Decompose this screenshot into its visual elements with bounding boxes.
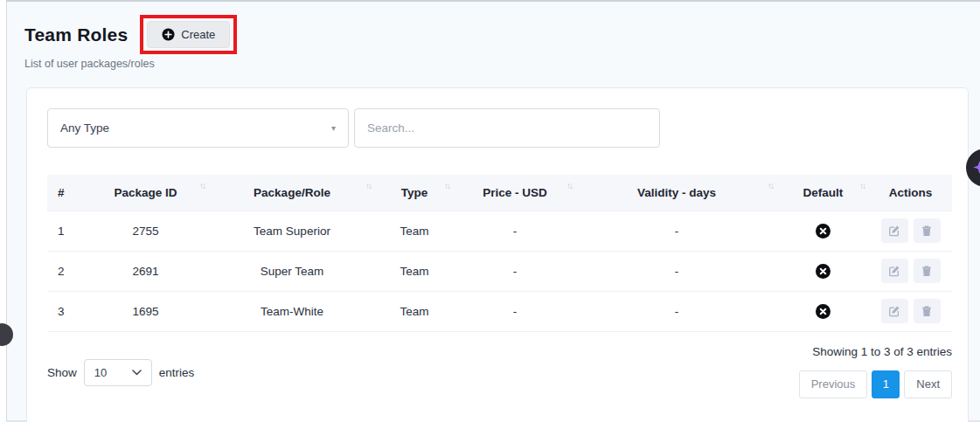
cell-validity: - (576, 251, 777, 291)
cell-price: - (454, 291, 576, 331)
delete-button[interactable] (914, 218, 941, 243)
cell-price: - (454, 251, 576, 291)
cell-actions (869, 291, 952, 331)
column-header-actions: Actions (869, 175, 952, 211)
sort-icon[interactable]: ↑↓ (365, 181, 371, 190)
trash-icon (921, 305, 933, 317)
trash-icon (921, 225, 933, 237)
per-page-select[interactable]: 10 (84, 359, 152, 386)
trash-icon (921, 265, 933, 277)
cell-package-id: 2691 (82, 251, 209, 291)
table-row: 1 2755 Team Superior Team - - (47, 211, 952, 251)
per-page-value: 10 (94, 366, 107, 379)
times-circle-icon (816, 224, 831, 239)
cell-default (777, 291, 869, 331)
edit-icon (888, 225, 900, 237)
cell-actions (869, 251, 952, 291)
caret-down-icon: ▾ (331, 123, 336, 133)
cell-default (777, 251, 869, 291)
cell-type: Team (375, 211, 454, 251)
page-title: Team Roles (24, 24, 128, 45)
edit-button[interactable] (881, 218, 908, 243)
table-row: 2 2691 Super Team Team - - (47, 251, 952, 291)
table-footer: Show 10 entries Showing 1 to 3 of 3 entr… (47, 343, 952, 398)
sort-icon[interactable]: ↑↓ (566, 181, 572, 190)
create-button-label: Create (181, 28, 215, 41)
column-header-type[interactable]: Type↑↓ (375, 175, 454, 211)
search-input[interactable] (354, 108, 660, 148)
entries-label: entries (159, 366, 195, 379)
show-label: Show (47, 366, 77, 379)
column-header-package-id[interactable]: Package ID↑↓ (82, 175, 209, 211)
cell-package-id: 2755 (82, 211, 209, 251)
filter-row: Any Type ▾ (47, 108, 950, 148)
pagination: Previous 1 Next (799, 370, 952, 398)
roles-card: Any Type ▾ # Package ID↑↓ Package/Role↑↓ (26, 87, 969, 422)
delete-button[interactable] (914, 299, 941, 323)
column-header-default[interactable]: Default↑↓ (777, 175, 869, 211)
cell-package-role: Super Team (209, 251, 375, 291)
table-row: 3 1695 Team-White Team - - (47, 291, 952, 331)
page-number-button[interactable]: 1 (872, 370, 900, 398)
edit-icon (888, 265, 900, 277)
times-circle-icon (816, 304, 831, 319)
plus-circle-icon (162, 28, 175, 41)
table-header-row: # Package ID↑↓ Package/Role↑↓ Type↑↓ Pri… (47, 175, 952, 211)
cell-price: - (454, 211, 576, 251)
delete-button[interactable] (914, 259, 941, 283)
cell-actions (869, 211, 952, 251)
column-header-package-role[interactable]: Package/Role↑↓ (209, 175, 375, 211)
create-button[interactable]: Create (147, 21, 230, 48)
page-subtitle: List of user packages/roles (24, 58, 155, 70)
cell-package-role: Team-White (209, 291, 375, 331)
cell-package-id: 1695 (82, 291, 209, 331)
cell-validity: - (576, 291, 777, 331)
sort-icon[interactable]: ↑↓ (199, 181, 205, 190)
column-header-num: # (47, 175, 82, 211)
cell-num: 3 (47, 291, 82, 331)
times-circle-icon (816, 264, 831, 279)
chevron-down-icon (132, 370, 142, 376)
cell-num: 2 (47, 251, 82, 291)
left-edge-widget[interactable] (0, 323, 13, 346)
cell-num: 1 (47, 211, 82, 251)
sparkle-icon (972, 160, 980, 175)
edit-button[interactable] (881, 299, 908, 323)
column-header-price[interactable]: Price - USD↑↓ (454, 175, 576, 211)
roles-table: # Package ID↑↓ Package/Role↑↓ Type↑↓ Pri… (47, 175, 952, 332)
next-page-button[interactable]: Next (904, 370, 952, 398)
cell-type: Team (375, 251, 454, 291)
column-header-validity[interactable]: Validity - days↑↓ (576, 175, 777, 211)
cell-default (777, 211, 869, 251)
app-window: Team Roles Create List of user packages/… (6, 0, 980, 422)
sort-icon[interactable]: ↑↓ (444, 181, 449, 190)
previous-page-button[interactable]: Previous (799, 370, 868, 398)
cell-type: Team (375, 291, 454, 331)
edit-icon (888, 305, 900, 317)
type-filter-value: Any Type (60, 121, 109, 135)
cell-package-role: Team Superior (209, 211, 375, 251)
sort-icon[interactable]: ↑↓ (859, 181, 865, 190)
sort-icon[interactable]: ↑↓ (768, 181, 773, 190)
page-header: Team Roles Create (24, 21, 230, 48)
edit-button[interactable] (881, 259, 908, 283)
type-filter-select[interactable]: Any Type ▾ (47, 108, 349, 148)
entries-info: Showing 1 to 3 of 3 entries (799, 345, 952, 358)
cell-validity: - (576, 211, 777, 251)
